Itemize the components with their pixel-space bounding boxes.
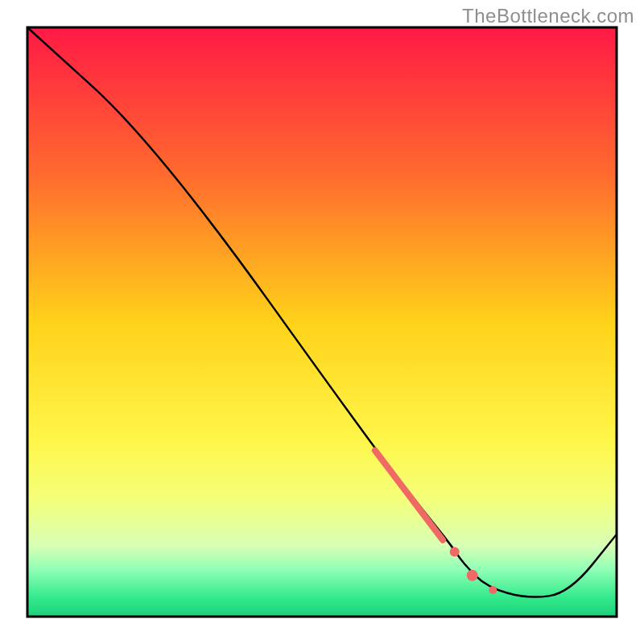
chart-canvas: TheBottleneck.com	[0, 0, 644, 644]
marker-dot-b	[467, 570, 478, 581]
bottleneck-chart	[0, 0, 644, 644]
watermark-text: TheBottleneck.com	[462, 5, 634, 27]
marker-dot-a	[450, 547, 460, 556]
plot-background	[27, 27, 617, 617]
marker-dot-c	[489, 586, 497, 594]
